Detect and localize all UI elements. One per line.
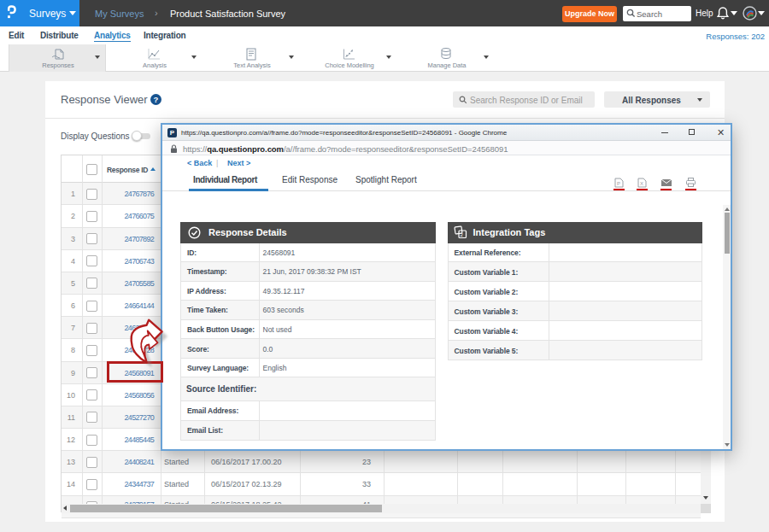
svg-text:2: 2 <box>460 232 463 237</box>
svg-text:X: X <box>640 181 643 186</box>
svg-text:P: P <box>617 181 620 186</box>
